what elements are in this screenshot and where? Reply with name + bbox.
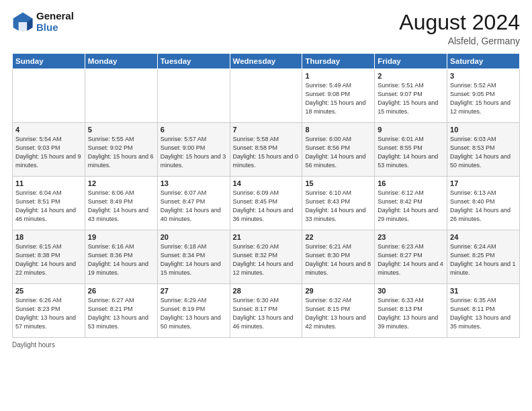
day-number: 14 (233, 179, 300, 187)
day-number: 28 (233, 287, 300, 295)
calendar-cell (157, 69, 230, 123)
day-number: 15 (305, 179, 371, 187)
calendar-cell: 15Sunrise: 6:10 AMSunset: 8:43 PMDayligh… (302, 177, 375, 230)
day-info: Sunrise: 6:24 AMSunset: 8:25 PMDaylight:… (450, 242, 517, 277)
day-info: Sunrise: 6:03 AMSunset: 8:53 PMDaylight:… (450, 135, 517, 170)
calendar-cell: 17Sunrise: 6:13 AMSunset: 8:40 PMDayligh… (447, 177, 520, 230)
day-number: 27 (161, 287, 227, 295)
calendar-cell (85, 69, 157, 123)
header: General Blue August 2024 Alsfeld, German… (12, 11, 520, 46)
day-info: Sunrise: 6:13 AMSunset: 8:40 PMDaylight:… (450, 189, 517, 224)
day-info: Sunrise: 5:57 AMSunset: 9:00 PMDaylight:… (161, 135, 227, 170)
day-info: Sunrise: 6:33 AMSunset: 8:13 PMDaylight:… (378, 296, 444, 331)
calendar-cell: 5Sunrise: 5:55 AMSunset: 9:02 PMDaylight… (85, 123, 157, 177)
day-info: Sunrise: 5:51 AMSunset: 9:07 PMDaylight:… (378, 81, 444, 116)
day-number: 17 (450, 179, 517, 187)
calendar-cell: 24Sunrise: 6:24 AMSunset: 8:25 PMDayligh… (447, 230, 520, 284)
calendar-cell: 27Sunrise: 6:29 AMSunset: 8:19 PMDayligh… (157, 284, 230, 338)
calendar-cell: 26Sunrise: 6:27 AMSunset: 8:21 PMDayligh… (85, 284, 157, 338)
calendar-cell: 11Sunrise: 6:04 AMSunset: 8:51 PMDayligh… (13, 177, 85, 230)
day-info: Sunrise: 6:18 AMSunset: 8:34 PMDaylight:… (161, 242, 227, 277)
day-info: Sunrise: 6:32 AMSunset: 8:15 PMDaylight:… (305, 296, 371, 331)
calendar-cell: 16Sunrise: 6:12 AMSunset: 8:42 PMDayligh… (375, 177, 447, 230)
footer-note: Daylight hours (12, 341, 520, 349)
col-header-saturday: Saturday (447, 54, 520, 69)
day-number: 26 (88, 287, 154, 295)
day-info: Sunrise: 6:10 AMSunset: 8:43 PMDaylight:… (305, 189, 371, 224)
day-number: 4 (15, 126, 82, 134)
calendar-cell: 25Sunrise: 6:26 AMSunset: 8:23 PMDayligh… (13, 284, 85, 338)
day-number: 12 (88, 179, 154, 187)
calendar-cell: 4Sunrise: 5:54 AMSunset: 9:03 PMDaylight… (13, 123, 85, 177)
day-info: Sunrise: 6:12 AMSunset: 8:42 PMDaylight:… (378, 189, 444, 224)
day-number: 9 (378, 126, 444, 134)
day-number: 21 (233, 233, 300, 241)
day-info: Sunrise: 6:01 AMSunset: 8:55 PMDaylight:… (378, 135, 444, 170)
calendar-cell: 8Sunrise: 6:00 AMSunset: 8:56 PMDaylight… (302, 123, 375, 177)
day-info: Sunrise: 6:00 AMSunset: 8:56 PMDaylight:… (305, 135, 371, 170)
day-number: 3 (450, 72, 517, 80)
day-number: 19 (88, 233, 154, 241)
day-info: Sunrise: 6:30 AMSunset: 8:17 PMDaylight:… (233, 296, 300, 331)
calendar-cell: 18Sunrise: 6:15 AMSunset: 8:38 PMDayligh… (13, 230, 85, 284)
calendar-cell: 21Sunrise: 6:20 AMSunset: 8:32 PMDayligh… (230, 230, 302, 284)
footer-note-text: Daylight hours (12, 341, 55, 349)
day-number: 13 (161, 179, 227, 187)
location: Alsfeld, Germany (399, 36, 520, 46)
col-header-monday: Monday (85, 54, 157, 69)
month-year: August 2024 (399, 11, 520, 34)
col-header-friday: Friday (375, 54, 447, 69)
calendar-body: 1Sunrise: 5:49 AMSunset: 9:08 PMDaylight… (13, 69, 520, 338)
day-info: Sunrise: 6:06 AMSunset: 8:49 PMDaylight:… (88, 189, 154, 224)
calendar-cell: 7Sunrise: 5:58 AMSunset: 8:58 PMDaylight… (230, 123, 302, 177)
day-number: 22 (305, 233, 371, 241)
day-info: Sunrise: 5:58 AMSunset: 8:58 PMDaylight:… (233, 135, 300, 170)
col-header-sunday: Sunday (13, 54, 85, 69)
day-number: 6 (161, 126, 227, 134)
day-number: 11 (15, 179, 82, 187)
day-info: Sunrise: 6:09 AMSunset: 8:45 PMDaylight:… (233, 189, 300, 224)
calendar-cell: 1Sunrise: 5:49 AMSunset: 9:08 PMDaylight… (302, 69, 375, 123)
day-info: Sunrise: 6:21 AMSunset: 8:30 PMDaylight:… (305, 242, 371, 277)
calendar-cell: 9Sunrise: 6:01 AMSunset: 8:55 PMDaylight… (375, 123, 447, 177)
day-number: 20 (161, 233, 227, 241)
col-header-thursday: Thursday (302, 54, 375, 69)
calendar-cell: 14Sunrise: 6:09 AMSunset: 8:45 PMDayligh… (230, 177, 302, 230)
day-info: Sunrise: 6:29 AMSunset: 8:19 PMDaylight:… (161, 296, 227, 331)
day-number: 10 (450, 126, 517, 134)
calendar-cell: 23Sunrise: 6:23 AMSunset: 8:27 PMDayligh… (375, 230, 447, 284)
calendar-cell (230, 69, 302, 123)
calendar-cell: 28Sunrise: 6:30 AMSunset: 8:17 PMDayligh… (230, 284, 302, 338)
calendar-cell: 13Sunrise: 6:07 AMSunset: 8:47 PMDayligh… (157, 177, 230, 230)
day-info: Sunrise: 6:35 AMSunset: 8:11 PMDaylight:… (450, 296, 517, 331)
logo-icon (12, 11, 34, 33)
day-number: 24 (450, 233, 517, 241)
day-number: 1 (305, 72, 371, 80)
calendar-cell: 29Sunrise: 6:32 AMSunset: 8:15 PMDayligh… (302, 284, 375, 338)
calendar-cell: 31Sunrise: 6:35 AMSunset: 8:11 PMDayligh… (447, 284, 520, 338)
page: General Blue August 2024 Alsfeld, German… (0, 0, 532, 411)
logo: General Blue (12, 11, 74, 33)
calendar-cell: 30Sunrise: 6:33 AMSunset: 8:13 PMDayligh… (375, 284, 447, 338)
day-number: 18 (15, 233, 82, 241)
day-info: Sunrise: 6:04 AMSunset: 8:51 PMDaylight:… (15, 189, 82, 224)
day-info: Sunrise: 6:23 AMSunset: 8:27 PMDaylight:… (378, 242, 444, 277)
calendar-header: SundayMondayTuesdayWednesdayThursdayFrid… (13, 54, 520, 69)
day-info: Sunrise: 5:52 AMSunset: 9:05 PMDaylight:… (450, 81, 517, 116)
day-info: Sunrise: 6:26 AMSunset: 8:23 PMDaylight:… (15, 296, 82, 331)
calendar-cell: 10Sunrise: 6:03 AMSunset: 8:53 PMDayligh… (447, 123, 520, 177)
day-number: 16 (378, 179, 444, 187)
calendar-cell: 2Sunrise: 5:51 AMSunset: 9:07 PMDaylight… (375, 69, 447, 123)
day-info: Sunrise: 6:16 AMSunset: 8:36 PMDaylight:… (88, 242, 154, 277)
calendar-table: SundayMondayTuesdayWednesdayThursdayFrid… (12, 53, 520, 338)
day-number: 23 (378, 233, 444, 241)
calendar-cell: 19Sunrise: 6:16 AMSunset: 8:36 PMDayligh… (85, 230, 157, 284)
calendar-cell: 20Sunrise: 6:18 AMSunset: 8:34 PMDayligh… (157, 230, 230, 284)
logo-text: General Blue (36, 11, 74, 33)
day-number: 7 (233, 126, 300, 134)
day-number: 31 (450, 287, 517, 295)
day-number: 29 (305, 287, 371, 295)
day-info: Sunrise: 5:54 AMSunset: 9:03 PMDaylight:… (15, 135, 82, 170)
day-number: 8 (305, 126, 371, 134)
calendar-cell: 22Sunrise: 6:21 AMSunset: 8:30 PMDayligh… (302, 230, 375, 284)
